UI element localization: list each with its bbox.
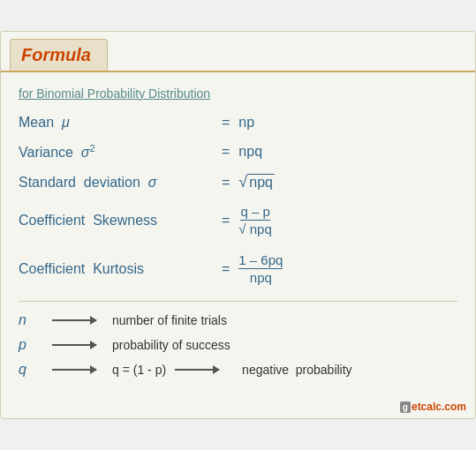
formula-kurtosis-equals: = <box>222 261 230 277</box>
arrow-p <box>52 344 96 346</box>
sqrt-symbol: √ <box>238 173 247 191</box>
legend-var-q: q <box>19 362 45 378</box>
header-tab: Formula <box>10 39 108 71</box>
formula-mean-value: np <box>238 115 254 131</box>
formula-variance: Variance σ2 = npq <box>19 143 457 161</box>
formula-skewness-fraction: q – p √ npq <box>238 204 271 236</box>
arrow-q2 <box>175 369 219 371</box>
skewness-numerator: q – p <box>240 204 269 221</box>
formula-mean: Mean μ = np <box>19 115 457 131</box>
brand: getcalc.com <box>400 401 466 413</box>
formula-card: Formula for Binomial Probability Distrib… <box>0 31 476 419</box>
formula-skewness: Coefficient Skewness = q – p √ npq <box>19 204 457 236</box>
formula-stddev-label: Standard deviation σ <box>19 175 213 191</box>
legend-var-n: n <box>19 312 45 328</box>
brand-text: etcalc.com <box>412 401 466 413</box>
subtitle: for Binomial Probability Distribution <box>19 86 457 101</box>
arrow-line-q <box>52 369 96 371</box>
formula-stddev: Standard deviation σ = √npq <box>19 173 457 191</box>
header-title: Formula <box>21 45 91 64</box>
legend-desc-p: probability of success <box>112 338 230 352</box>
legend-desc-q-extra: negative probability <box>242 363 352 377</box>
kurtosis-numerator: 1 – 6pq <box>238 252 283 269</box>
legend-var-p: p <box>19 337 45 353</box>
arrow-line-n <box>52 319 96 321</box>
arrow-line-q2 <box>175 369 219 371</box>
formula-mean-equals: = <box>222 115 230 131</box>
formula-mean-label: Mean μ <box>19 115 213 131</box>
formula-stddev-equals: = <box>222 175 230 191</box>
sqrt-content: npq <box>247 174 275 191</box>
formula-skewness-label: Coefficient Skewness <box>19 213 213 229</box>
formula-stddev-value: √npq <box>238 173 275 191</box>
sqrt-wrapper: √npq <box>238 173 275 191</box>
brand-prefix: g <box>400 401 411 413</box>
formula-variance-equals: = <box>222 144 230 160</box>
formula-kurtosis: Coefficient Kurtosis = 1 – 6pq npq <box>19 252 457 285</box>
arrow-q <box>52 369 96 371</box>
formula-variance-label: Variance σ2 <box>19 143 213 161</box>
skewness-denominator: √ npq <box>238 221 271 236</box>
legend-q: q q = (1 - p) negative probability <box>19 362 457 378</box>
kurtosis-denominator: npq <box>250 269 272 285</box>
arrow-n <box>52 319 96 321</box>
legend-section: n number of finite trials p probability … <box>19 301 457 378</box>
footer: getcalc.com <box>1 397 475 418</box>
legend-desc-n: number of finite trials <box>112 313 227 327</box>
formula-kurtosis-fraction: 1 – 6pq npq <box>238 252 283 285</box>
legend-n: n number of finite trials <box>19 312 457 328</box>
arrow-line-p <box>52 344 96 346</box>
formula-kurtosis-label: Coefficient Kurtosis <box>19 261 213 277</box>
legend-desc-q: q = (1 - p) <box>112 363 166 377</box>
card-header: Formula <box>1 32 475 71</box>
formula-variance-value: npq <box>238 144 262 160</box>
main-content: for Binomial Probability Distribution Me… <box>1 72 475 397</box>
formula-skewness-equals: = <box>222 213 230 229</box>
legend-p: p probability of success <box>19 337 457 353</box>
